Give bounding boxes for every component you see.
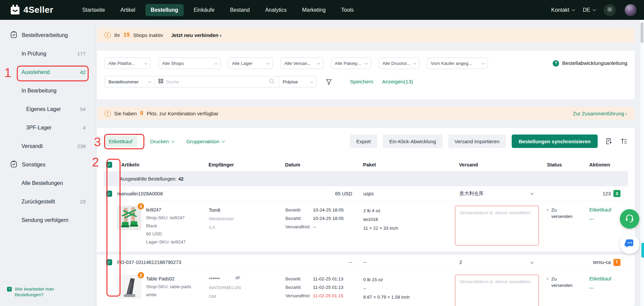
nav-artikel[interactable]: Artikel (115, 4, 140, 16)
ship-date-service-select[interactable]: Versanddatum & -dienst auswählen (455, 206, 539, 245)
order-id: PO-037-10114612188790273 (117, 260, 281, 265)
nav-tools[interactable]: Tools (336, 4, 359, 16)
one-click-fulfillment-button[interactable]: Ein-Klick-Abwicklung (383, 135, 442, 148)
help-link[interactable]: ? Wie bearbeitet man Bestellungen? (7, 286, 77, 298)
nav-einkaeufe[interactable]: Einkäufe (188, 4, 220, 16)
sidebar-item-in-pruefung[interactable]: In Prüfung 177 (0, 44, 95, 63)
headset-icon (625, 213, 635, 225)
sidebar-item-sonstiges[interactable]: Sonstiges (0, 155, 95, 174)
package-ref: -- (363, 284, 455, 293)
printer-filter[interactable]: Alle Druckst... (378, 58, 419, 69)
ordered-date: 11-02-25 01:13 (313, 275, 343, 283)
language-menu[interactable]: DE (583, 7, 595, 13)
ship-deadline: -- (313, 223, 316, 231)
chevron-down-icon (531, 191, 534, 195)
more-actions-link[interactable]: ... (589, 283, 628, 291)
buy-label-link[interactable]: Etikettkauf (589, 275, 628, 283)
logo-text: 4Seller (24, 5, 53, 15)
chat-bubble-icon (625, 238, 635, 250)
product-image[interactable]: 4 (117, 206, 141, 230)
sidebar-item-in-bearbeitung[interactable]: In Bearbeitung (0, 81, 95, 100)
export-list-icon[interactable] (605, 138, 613, 145)
buyer-specified-filter[interactable]: Vom Käufer angeg... (427, 58, 488, 69)
grid-icon (158, 79, 163, 85)
clipboard-check-icon (10, 31, 17, 40)
advanced-filter-button[interactable] (325, 78, 332, 85)
search-category-select[interactable]: Bestellnummer (105, 76, 154, 87)
sidebar-item-sendung-verfolgern[interactable]: Sendung verfolgern (0, 211, 95, 229)
reconnect-link[interactable]: Jetzt neu verbinden › (171, 32, 222, 38)
sync-orders-button[interactable]: Bestellungen synchronisieren (512, 135, 598, 148)
label-buy-button[interactable]: Etikettkauf (104, 136, 137, 147)
item-variant: white (146, 291, 191, 299)
nav-analytics[interactable]: Analytics (260, 4, 292, 16)
sidebar-item-alle-bestellungen[interactable]: Alle Bestellungen (0, 174, 95, 192)
shopify-shop-icon: S (613, 190, 620, 197)
warning-icon: ! (104, 32, 111, 38)
package-filter[interactable]: Alle Pakety... (331, 58, 371, 69)
search-input[interactable]: Suche (154, 76, 279, 87)
order-ref: 123 (603, 191, 611, 196)
platform-filter[interactable]: Alle Plattfor... (104, 58, 151, 69)
messenger-button[interactable] (620, 234, 639, 254)
chevron-down-icon (317, 61, 320, 65)
sidebar-item-zurueckgestellt[interactable]: Zurückgestellt 28 (0, 192, 95, 211)
status-badge: Zu versenden (551, 276, 573, 289)
sidebar-item-ausstehend[interactable]: Ausstehend 42 (0, 63, 95, 81)
fulfillment-guide-link[interactable]: ? Bestellabwicklungsanleitung (553, 60, 627, 67)
product-image[interactable]: 2 (117, 275, 141, 299)
orders-toolbar: Etikettkauf Drucken Gruppenaktion Export… (104, 135, 628, 148)
avatar[interactable] (625, 4, 637, 16)
support-chat-button[interactable] (620, 209, 639, 229)
item-stock-sku: Lager-SKU: lei9247 (146, 238, 186, 246)
eye-slash-icon[interactable] (235, 275, 241, 283)
nav-bestellung[interactable]: Bestellung (145, 4, 184, 16)
quantity-badge: 4 (138, 203, 144, 209)
import-shipping-button[interactable]: Versand importieren (448, 135, 506, 148)
merge-count: 8 (140, 110, 143, 117)
export-button[interactable]: Export (350, 135, 377, 148)
shops-filter[interactable]: Alle Shops (158, 58, 221, 69)
settings-button[interactable] (604, 4, 616, 16)
order-ref: temu-ca (593, 260, 611, 265)
nav-startseite[interactable]: Startseite (77, 4, 110, 16)
side-widget-tab[interactable] (641, 243, 644, 258)
select-all-checkbox[interactable]: ✓ (106, 162, 112, 168)
search-placeholder: Suche (166, 79, 266, 84)
merge-link[interactable]: Zur Zusammenführung › (573, 111, 627, 116)
page-scrollbar[interactable] (640, 20, 644, 306)
nav-marketing[interactable]: Marketing (297, 4, 331, 16)
nav-bestand[interactable]: Bestand (225, 4, 255, 16)
group-action-menu[interactable]: Gruppenaktion (186, 139, 224, 144)
sidebar-item-bestellverarbeitung[interactable]: Bestellverarbeitung (0, 26, 95, 44)
print-menu[interactable]: Drucken (150, 139, 174, 144)
order-checkbox[interactable]: ✓ (106, 191, 112, 197)
order-amount: -- (281, 260, 359, 265)
status-badge: Zu versenden (551, 207, 573, 220)
count-badge: 54 (80, 106, 86, 112)
save-filter-button[interactable]: Speichern (350, 79, 373, 85)
inactive-count: 19 (124, 32, 130, 38)
scrollbar-thumb[interactable] (641, 22, 643, 43)
contact-menu[interactable]: Kontakt (551, 7, 574, 13)
sidebar-item-eigenes-lager[interactable]: Eigenes Lager 54 (0, 100, 95, 118)
main-content: ! Ihr 19 Shops inaktiv Jetzt neu verbind… (95, 20, 640, 306)
svg-text:?: ? (8, 288, 10, 291)
help-book-icon: ? (7, 286, 12, 294)
column-settings-icon[interactable] (620, 138, 628, 145)
count-badge: 4 (83, 125, 86, 130)
warehouse-select[interactable]: 意大利仓库 (455, 190, 543, 197)
ship-date-service-select[interactable]: Versanddatum & -dienst auswählen (455, 275, 539, 306)
col-aktionen: Aktionen (583, 162, 628, 167)
sidebar-item-versandt[interactable]: Versandt 238 (0, 137, 95, 155)
search-mode-select[interactable]: Präzise (279, 76, 316, 87)
order-checkbox[interactable]: ✓ (106, 259, 112, 265)
logo[interactable]: 4Seller (10, 4, 53, 16)
show-results-button[interactable]: Anzeigen(13) (382, 79, 413, 85)
selected-count: 42 (178, 176, 184, 182)
warehouse-select[interactable]: 2 (455, 260, 543, 265)
shipping-filter[interactable]: Alle Versan... (280, 58, 323, 69)
sidebar-item-3pf-lager[interactable]: 3PF-Lager 4 (0, 118, 95, 137)
order-carrier: usps (359, 191, 455, 196)
warehouse-filter[interactable]: Alle Lager (228, 58, 273, 69)
